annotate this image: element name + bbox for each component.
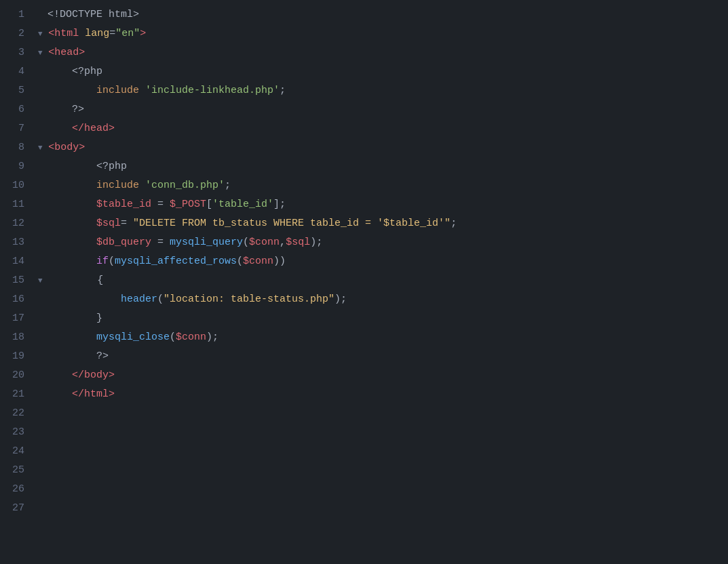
code-line: ▼ <body> bbox=[38, 138, 728, 157]
line-number: 8 bbox=[11, 138, 24, 157]
code-token: = bbox=[151, 195, 170, 214]
code-token: lang bbox=[85, 24, 109, 43]
code-token: 'conn_db.php' bbox=[145, 176, 225, 195]
code-line: <?php bbox=[38, 157, 728, 176]
code-token bbox=[47, 233, 96, 252]
line-number: 5 bbox=[11, 81, 24, 100]
code-token: ); bbox=[334, 290, 347, 309]
code-token bbox=[47, 214, 96, 233]
code-token: mysqli_affected_rows bbox=[115, 252, 237, 271]
code-token: if bbox=[96, 252, 109, 271]
code-line: ?> bbox=[38, 347, 728, 366]
code-editor: 1234567891011121314151617181920212223242… bbox=[0, 0, 728, 564]
line-number: 11 bbox=[11, 195, 24, 214]
code-token: "en" bbox=[115, 24, 140, 43]
line-number: 14 bbox=[11, 252, 24, 271]
code-line: ?> bbox=[38, 100, 728, 119]
code-token: $sql bbox=[96, 214, 121, 233]
code-token: "DELETE FROM tb_status WHERE table_id = … bbox=[133, 214, 451, 233]
code-token: ; bbox=[225, 176, 231, 195]
code-token: ; bbox=[280, 81, 286, 100]
code-token: { bbox=[48, 271, 103, 290]
code-token: 'table_id' bbox=[212, 195, 273, 214]
code-line: mysqli_close($conn); bbox=[38, 328, 728, 347]
code-token: include bbox=[96, 176, 139, 195]
line-number: 10 bbox=[11, 176, 24, 195]
code-token bbox=[47, 81, 96, 100]
line-number: 16 bbox=[11, 290, 24, 309]
code-token: include bbox=[96, 81, 139, 100]
code-token: </body> bbox=[47, 366, 115, 385]
code-token: ?> bbox=[47, 347, 109, 366]
code-token: 'include-linkhead.php' bbox=[145, 81, 280, 100]
line-number: 13 bbox=[11, 233, 24, 252]
code-token: ( bbox=[109, 252, 115, 271]
line-number: 9 bbox=[11, 157, 24, 176]
line-number: 4 bbox=[11, 62, 24, 81]
line-number: 18 bbox=[11, 328, 24, 347]
code-token bbox=[139, 176, 145, 195]
line-number: 21 bbox=[11, 385, 24, 404]
code-token: ( bbox=[170, 328, 176, 347]
code-token: ]; bbox=[273, 195, 286, 214]
code-line: include 'include-linkhead.php'; bbox=[38, 81, 728, 100]
line-number: 22 bbox=[11, 404, 24, 423]
line-number: 17 bbox=[11, 309, 24, 328]
line-number: 12 bbox=[11, 214, 24, 233]
fold-icon[interactable]: ▼ bbox=[38, 24, 47, 43]
code-token: [ bbox=[206, 195, 212, 214]
code-token: $sql bbox=[286, 233, 310, 252]
line-number: 26 bbox=[11, 480, 24, 499]
code-token: ( bbox=[237, 252, 243, 271]
code-token: ); bbox=[310, 233, 322, 252]
line-number: 25 bbox=[11, 461, 24, 480]
line-number: 1 bbox=[11, 5, 24, 24]
code-line: ▼ <html lang="en"> bbox=[38, 24, 728, 43]
code-line: $sql= "DELETE FROM tb_status WHERE table… bbox=[38, 214, 728, 233]
code-line: </body> bbox=[38, 366, 728, 385]
code-token: <!DOCTYPE html> bbox=[47, 5, 139, 24]
line-number: 19 bbox=[11, 347, 24, 366]
code-line: } bbox=[38, 309, 728, 328]
code-token: ); bbox=[206, 328, 218, 347]
code-line: ▼ { bbox=[38, 271, 728, 290]
code-token bbox=[47, 195, 96, 214]
code-token: $db_query bbox=[96, 233, 151, 252]
fold-icon[interactable]: ▼ bbox=[38, 271, 47, 290]
code-token: $conn bbox=[249, 233, 280, 252]
line-number: 7 bbox=[11, 119, 24, 138]
code-token bbox=[139, 81, 145, 100]
code-token: ?> bbox=[47, 100, 84, 119]
code-line: $table_id = $_POST['table_id']; bbox=[38, 195, 728, 214]
code-token: > bbox=[140, 24, 146, 43]
fold-icon[interactable]: ▼ bbox=[38, 138, 47, 157]
code-line: include 'conn_db.php'; bbox=[38, 176, 728, 195]
code-line: $db_query = mysqli_query($conn,$sql); bbox=[38, 233, 728, 252]
code-token: ( bbox=[157, 290, 164, 309]
code-token: = bbox=[109, 24, 115, 43]
line-number: 27 bbox=[11, 499, 24, 518]
code-lines: <!DOCTYPE html>▼ <html lang="en">▼ <head… bbox=[33, 5, 728, 559]
code-line: </html> bbox=[38, 385, 728, 404]
line-number: 23 bbox=[11, 423, 24, 442]
code-token bbox=[47, 252, 96, 271]
code-token: $conn bbox=[243, 252, 273, 271]
code-token: , bbox=[280, 233, 286, 252]
code-line: if(mysqli_affected_rows($conn)) bbox=[38, 252, 728, 271]
code-token: mysqli_close bbox=[96, 328, 170, 347]
code-token: mysqli_query bbox=[170, 233, 243, 252]
line-numbers: 1234567891011121314151617181920212223242… bbox=[0, 5, 33, 559]
code-token: <?php bbox=[47, 157, 127, 176]
code-token bbox=[47, 328, 96, 347]
line-number: 6 bbox=[11, 100, 24, 119]
code-token: $table_id bbox=[96, 195, 151, 214]
fold-icon[interactable]: ▼ bbox=[38, 43, 47, 62]
code-token: ( bbox=[243, 233, 249, 252]
code-line: ▼ <head> bbox=[38, 43, 728, 62]
code-token: } bbox=[47, 309, 102, 328]
code-token: $_POST bbox=[170, 195, 206, 214]
code-token: header bbox=[121, 290, 157, 309]
code-line: header("location: table-status.php"); bbox=[38, 290, 728, 309]
code-token: </head> bbox=[47, 119, 115, 138]
code-token: <body> bbox=[48, 138, 85, 157]
